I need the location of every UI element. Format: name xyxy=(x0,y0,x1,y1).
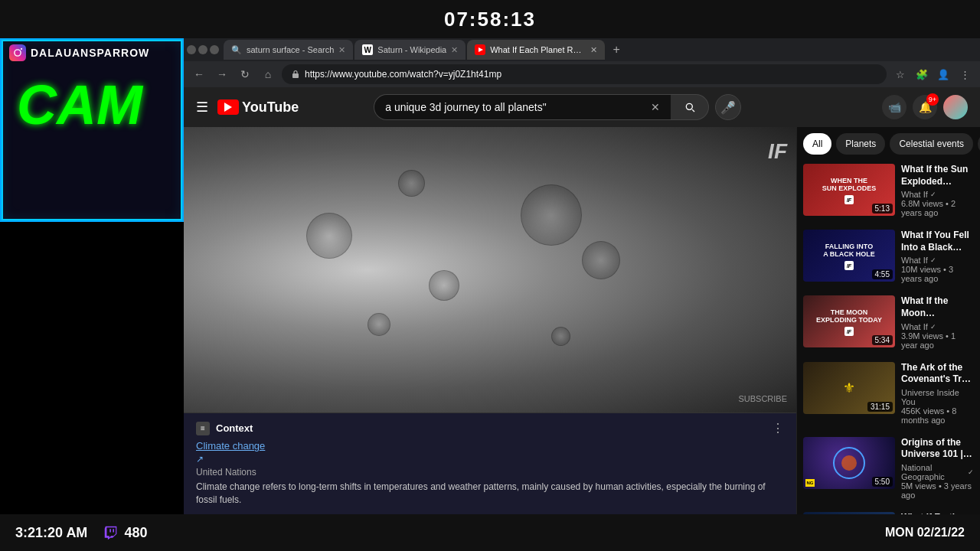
context-link-text: Climate change xyxy=(196,440,784,452)
rec-5-duration: 5:50 xyxy=(872,477,893,487)
youtube-mic-button[interactable]: 🎤 xyxy=(715,94,741,120)
browser-tab-3[interactable]: What If Each Planet Relea... ✕ xyxy=(467,40,605,60)
rec-5-title: Origins of the Universe 101 | National G… xyxy=(901,437,974,461)
chrome-controls xyxy=(187,45,219,54)
browser-menu[interactable]: ⋮ xyxy=(956,65,974,83)
rec-1-info: What If the Sun Exploded Tomorrow? What … xyxy=(901,164,974,217)
rec-5-meta: 5M views • 3 years ago xyxy=(901,481,974,500)
rec-2-verified: ✓ xyxy=(930,256,936,264)
browser-tab-2[interactable]: W Saturn - Wikipedia ✕ xyxy=(354,40,466,60)
browser-actions: ☆ 🧩 👤 ⋮ xyxy=(891,65,974,83)
youtube-main: IF SUBSCRIBE ≡ Context ⋮ Climate change xyxy=(184,127,796,514)
filter-all[interactable]: All xyxy=(803,133,831,155)
browser-window: 🔍 saturn surface - Search ✕ W Saturn - W… xyxy=(184,38,980,514)
search-icon xyxy=(684,101,696,113)
context-description: Climate change refers to long-term shift… xyxy=(196,481,784,507)
rec-1-meta: 6.8M views • 2 years ago xyxy=(901,199,974,217)
youtube-search-button[interactable] xyxy=(671,94,709,120)
viewer-count: 480 xyxy=(124,525,147,541)
cam-ig-row: DALAUANSPARROW xyxy=(2,40,157,66)
cam-username: DALAUANSPARROW xyxy=(31,47,149,59)
address-text: https://www.youtube.com/watch?v=yj0Z1ht4… xyxy=(305,69,877,80)
rec-thumb-1: WHEN THESUN EXPLODES IF 5:13 xyxy=(803,164,895,216)
rec-video-2[interactable]: FALLING INTOA BLACK HOLE IF 4:55 What If… xyxy=(797,223,980,289)
instagram-icon xyxy=(9,44,26,61)
youtube-logo-icon xyxy=(217,99,239,115)
youtube-search-container: ✕ 🎤 xyxy=(374,94,741,120)
rec-video-4[interactable]: ⚜ 31:15 The Ark of the Covenant's True P… xyxy=(797,356,980,431)
rec-video-1[interactable]: WHEN THESUN EXPLODES IF 5:13 What If the… xyxy=(797,158,980,223)
youtube-logo-text: YouTube xyxy=(242,99,299,116)
chrome-minimize[interactable] xyxy=(187,45,196,54)
svg-rect-0 xyxy=(9,44,26,61)
top-bar: 07:58:13 xyxy=(0,0,980,38)
browser-bookmark[interactable]: ☆ xyxy=(891,65,910,83)
tab-1-favicon: 🔍 xyxy=(231,44,242,55)
filter-celestial[interactable]: Celestial events xyxy=(890,133,973,155)
rec-2-channel: What If ✓ xyxy=(901,256,974,265)
rec-video-5[interactable]: NG 5:50 Origins of the Universe 101 | Na… xyxy=(797,431,980,506)
rec-3-title: What If the Moon Exploded? xyxy=(901,295,974,319)
rec-1-title: What If the Sun Exploded Tomorrow? xyxy=(901,164,974,187)
rec-2-info: What If You Fell Into a Black Hole? What… xyxy=(901,230,974,283)
rec-3-meta: 3.9M views • 1 year ago xyxy=(901,331,974,350)
tab-1-title: saturn surface - Search xyxy=(247,45,334,54)
rec-5-verified: ✓ xyxy=(968,468,974,476)
context-link[interactable]: Climate change ↗ xyxy=(196,440,784,465)
address-bar-row: ← → ↻ ⌂ https://www.youtube.com/watch?v=… xyxy=(184,61,980,87)
rec-4-title: The Ark of the Covenant's True Purpose: … xyxy=(901,362,974,386)
twitch-viewer-count: 480 xyxy=(103,524,147,541)
subscribe-overlay: SUBSCRIBE xyxy=(738,394,787,403)
home-button[interactable]: ⌂ xyxy=(259,65,277,83)
new-tab-button[interactable]: + xyxy=(606,40,626,60)
youtube-search-input[interactable] xyxy=(385,101,645,113)
context-bar: ≡ Context ⋮ Climate change ↗ United Nati… xyxy=(184,412,796,514)
back-button[interactable]: ← xyxy=(190,65,208,83)
chrome-maximize[interactable] xyxy=(198,45,207,54)
youtube-search-clear[interactable]: ✕ xyxy=(651,101,660,113)
browser-account[interactable]: 👤 xyxy=(934,65,952,83)
tab-2-title: Saturn - Wikipedia xyxy=(377,45,446,54)
context-header: ≡ Context ⋮ xyxy=(196,421,784,435)
yt-create-button[interactable]: 📹 xyxy=(882,95,906,119)
address-bar[interactable]: https://www.youtube.com/watch?v=yj0Z1ht4… xyxy=(282,64,887,84)
rec-video-3[interactable]: THE MOONEXPLODING TODAY IF 5:34 What If … xyxy=(797,289,980,355)
bottom-bar: 3:21:20 AM 480 MON 02/21/22 xyxy=(0,514,980,551)
stream-time: 07:58:13 xyxy=(444,8,536,31)
tab-3-favicon xyxy=(475,44,485,55)
rec-5-channel: National Geographic ✓ xyxy=(901,463,974,481)
video-player[interactable]: IF SUBSCRIBE xyxy=(184,127,796,412)
browser-tabs-bar: 🔍 saturn surface - Search ✕ W Saturn - W… xyxy=(184,38,980,61)
rec-1-duration: 5:13 xyxy=(872,204,893,214)
tab-2-favicon: W xyxy=(362,44,373,55)
browser-tab-1[interactable]: 🔍 saturn surface - Search ✕ xyxy=(224,40,353,60)
youtube-sidebar: All Planets Celestial events Listenab...… xyxy=(796,127,980,514)
tab-1-close[interactable]: ✕ xyxy=(338,45,345,55)
yt-hamburger-button[interactable]: ☰ xyxy=(196,99,208,116)
rec-3-channel: What If ✓ xyxy=(901,322,974,331)
browser-extensions[interactable]: 🧩 xyxy=(913,65,931,83)
filter-planets[interactable]: Planets xyxy=(836,133,885,155)
context-menu-button[interactable]: ⋮ xyxy=(772,421,784,435)
refresh-button[interactable]: ↻ xyxy=(236,65,254,83)
forward-button[interactable]: → xyxy=(213,65,231,83)
tab-3-title: What If Each Planet Relea... xyxy=(490,45,586,54)
youtube-play-triangle xyxy=(224,103,232,112)
context-icon: ≡ xyxy=(196,422,210,435)
rec-3-info: What If the Moon Exploded? What If ✓ 3.9… xyxy=(901,295,974,349)
rec-3-duration: 5:34 xyxy=(872,335,893,345)
youtube-logo[interactable]: YouTube xyxy=(217,99,299,116)
yt-notifications-button[interactable]: 🔔 9+ xyxy=(913,95,937,119)
rec-video-6[interactable]: ROTATING AT ASPEED OF LIGHT IF 5:48 What… xyxy=(797,506,980,514)
yt-account-avatar[interactable] xyxy=(943,95,968,119)
rec-1-channel: What If ✓ xyxy=(901,190,974,199)
tab-3-close[interactable]: ✕ xyxy=(590,45,597,55)
tab-2-close[interactable]: ✕ xyxy=(451,45,458,55)
lock-icon xyxy=(291,70,300,79)
youtube-header: ☰ YouTube ✕ 🎤 📹 🔔 xyxy=(184,87,980,127)
rec-1-verified: ✓ xyxy=(930,191,936,198)
recommended-videos: WHEN THESUN EXPLODES IF 5:13 What If the… xyxy=(797,158,980,514)
rec-3-verified: ✓ xyxy=(930,323,936,331)
cam-label: CAM xyxy=(2,66,158,144)
chrome-close[interactable] xyxy=(210,45,219,54)
